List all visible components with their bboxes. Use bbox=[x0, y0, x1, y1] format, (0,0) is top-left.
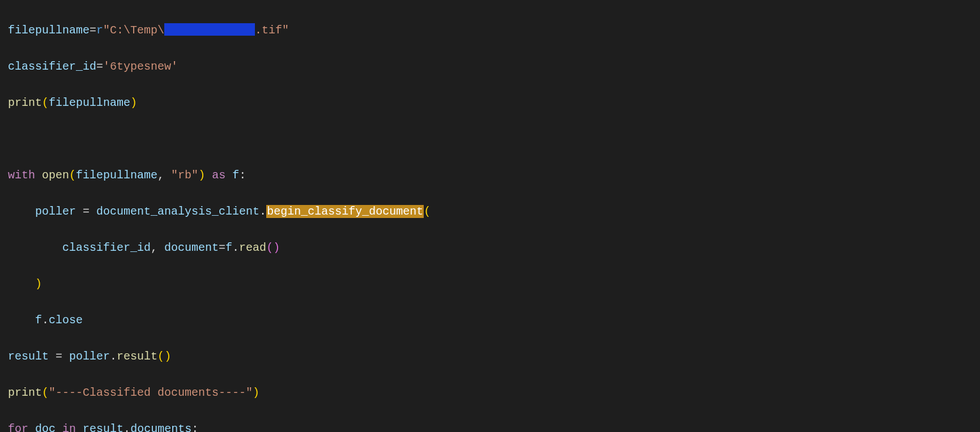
code-line: with open(filepullname, "rb") as f: bbox=[8, 166, 980, 185]
code-line: classifier_id, document=f.read() bbox=[8, 239, 980, 257]
code-line: result = poller.result() bbox=[8, 348, 980, 366]
code-line: poller = document_analysis_client.begin_… bbox=[8, 203, 980, 221]
redacted-region bbox=[164, 23, 255, 36]
code-line: f.close bbox=[8, 311, 980, 330]
code-line: print("----Classified documents----") bbox=[8, 384, 980, 402]
code-line bbox=[8, 130, 980, 148]
code-line: classifier_id='6typesnew' bbox=[8, 58, 980, 76]
code-line: for doc in result.documents: bbox=[8, 420, 980, 432]
code-line: print(filepullname) bbox=[8, 94, 980, 112]
code-line: filepullname=r"C:\Temp\.tif" bbox=[8, 22, 980, 40]
code-line: ) bbox=[8, 275, 980, 293]
highlighted-method: begin_classify_document bbox=[266, 205, 424, 218]
code-editor[interactable]: filepullname=r"C:\Temp\.tif" classifier_… bbox=[8, 3, 980, 432]
